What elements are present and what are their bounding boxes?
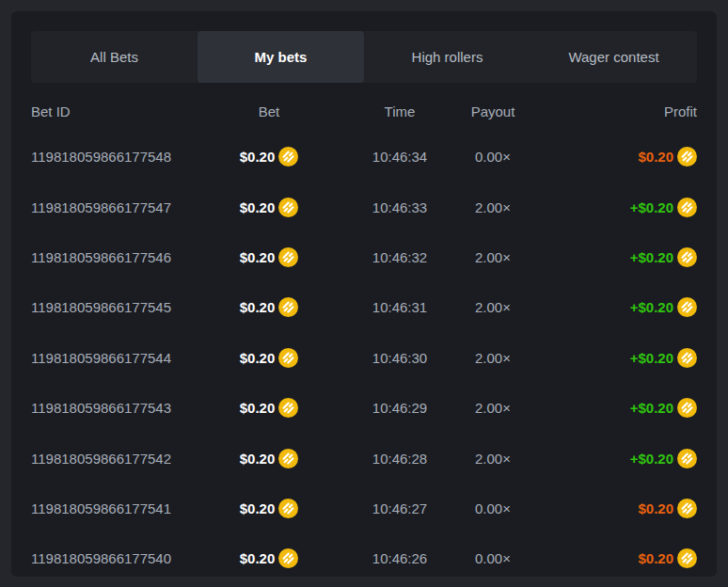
coin-icon	[278, 147, 298, 167]
profit-amount: $0.20	[638, 550, 673, 566]
bet-id-value: 119818059866177548	[31, 149, 200, 165]
bet-cell: $0.20	[200, 147, 338, 167]
table-row[interactable]: 119818059866177540 $0.20 10:46:26 0.00× …	[31, 533, 697, 577]
tab-all-bets[interactable]: All Bets	[31, 31, 198, 83]
bet-amount: $0.20	[240, 550, 276, 566]
table-row[interactable]: 119818059866177541 $0.20 10:46:27 0.00× …	[31, 484, 697, 533]
coin-icon	[278, 348, 298, 368]
profit-amount: +$0.20	[630, 199, 673, 215]
bets-tabbar: All Bets My bets High rollers Wager cont…	[31, 31, 697, 83]
profit-amount: $0.20	[638, 500, 673, 516]
bets-panel: All Bets My bets High rollers Wager cont…	[11, 11, 717, 577]
payout-value: 2.00×	[462, 199, 524, 215]
profit-amount: +$0.20	[630, 350, 673, 366]
bet-amount: $0.20	[240, 350, 276, 366]
bet-cell: $0.20	[200, 247, 338, 267]
payout-value: 2.00×	[462, 350, 524, 366]
profit-cell: $0.20	[524, 499, 697, 518]
profit-cell: $0.20	[524, 548, 697, 568]
coin-icon	[278, 247, 298, 267]
header-payout: Payout	[462, 103, 524, 119]
bet-id-value: 119818059866177541	[31, 500, 200, 516]
profit-cell: +$0.20	[524, 348, 697, 368]
bet-amount: $0.20	[240, 299, 276, 315]
table-row[interactable]: 119818059866177543 $0.20 10:46:29 2.00× …	[31, 383, 697, 433]
bet-cell: $0.20	[200, 499, 338, 518]
table-header-row: Bet ID Bet Time Payout Profit	[31, 90, 697, 132]
coin-icon	[677, 198, 697, 217]
profit-cell: +$0.20	[524, 198, 697, 217]
time-value: 10:46:33	[338, 199, 462, 215]
bet-cell: $0.20	[200, 297, 338, 317]
payout-value: 2.00×	[462, 249, 524, 265]
profit-cell: +$0.20	[524, 449, 697, 468]
header-time: Time	[338, 103, 462, 119]
tab-high-rollers[interactable]: High rollers	[364, 31, 530, 83]
table-row[interactable]: 119818059866177546 $0.20 10:46:32 2.00× …	[31, 232, 697, 282]
bet-amount: $0.20	[240, 149, 276, 165]
bet-id-value: 119818059866177540	[31, 550, 200, 566]
bet-id-value: 119818059866177546	[31, 249, 200, 265]
time-value: 10:46:31	[338, 299, 462, 315]
profit-amount: +$0.20	[630, 299, 673, 315]
profit-amount: $0.20	[638, 149, 673, 165]
tab-wager-contest[interactable]: Wager contest	[530, 31, 697, 83]
tab-my-bets[interactable]: My bets	[198, 31, 364, 83]
table-row[interactable]: 119818059866177548 $0.20 10:46:34 0.00× …	[31, 132, 697, 182]
bet-id-value: 119818059866177547	[31, 199, 200, 215]
coin-icon	[278, 449, 298, 468]
time-value: 10:46:26	[338, 550, 462, 566]
bet-amount: $0.20	[240, 500, 276, 516]
coin-icon	[278, 297, 298, 317]
header-profit: Profit	[524, 103, 697, 119]
payout-value: 0.00×	[462, 149, 524, 165]
coin-icon	[677, 499, 697, 518]
time-value: 10:46:29	[338, 400, 462, 416]
coin-icon	[278, 499, 298, 518]
time-value: 10:46:34	[338, 149, 462, 165]
coin-icon	[677, 348, 697, 368]
bet-cell: $0.20	[200, 548, 338, 568]
header-bet-id: Bet ID	[31, 103, 200, 119]
coin-icon	[278, 198, 298, 217]
coin-icon	[677, 147, 697, 167]
time-value: 10:46:32	[338, 249, 462, 265]
profit-amount: +$0.20	[630, 249, 673, 265]
bet-amount: $0.20	[240, 400, 276, 416]
bet-cell: $0.20	[200, 348, 338, 368]
bets-table: Bet ID Bet Time Payout Profit 1198180598…	[31, 90, 697, 577]
bet-amount: $0.20	[240, 199, 276, 215]
bet-cell: $0.20	[200, 198, 338, 217]
table-row[interactable]: 119818059866177544 $0.20 10:46:30 2.00× …	[31, 333, 697, 383]
bet-cell: $0.20	[200, 449, 338, 468]
payout-value: 0.00×	[462, 550, 524, 566]
profit-amount: +$0.20	[630, 400, 673, 416]
bet-cell: $0.20	[200, 398, 338, 418]
time-value: 10:46:28	[338, 451, 462, 467]
time-value: 10:46:27	[338, 500, 462, 516]
bet-id-value: 119818059866177544	[31, 350, 200, 366]
header-bet: Bet	[200, 103, 338, 119]
bet-id-value: 119818059866177543	[31, 400, 200, 416]
payout-value: 2.00×	[462, 299, 524, 315]
profit-cell: $0.20	[524, 147, 697, 167]
profit-cell: +$0.20	[524, 297, 697, 317]
coin-icon	[677, 297, 697, 317]
table-row[interactable]: 119818059866177545 $0.20 10:46:31 2.00× …	[31, 282, 697, 332]
payout-value: 2.00×	[462, 451, 524, 467]
table-row[interactable]: 119818059866177547 $0.20 10:46:33 2.00× …	[31, 182, 697, 231]
table-row[interactable]: 119818059866177542 $0.20 10:46:28 2.00× …	[31, 433, 697, 483]
coin-icon	[677, 398, 697, 418]
profit-cell: +$0.20	[524, 398, 697, 418]
profit-cell: +$0.20	[524, 247, 697, 267]
coin-icon	[278, 548, 298, 568]
coin-icon	[278, 398, 298, 418]
bet-amount: $0.20	[240, 451, 276, 467]
bet-id-value: 119818059866177545	[31, 299, 200, 315]
payout-value: 2.00×	[462, 400, 524, 416]
payout-value: 0.00×	[462, 500, 524, 516]
time-value: 10:46:30	[338, 350, 462, 366]
profit-amount: +$0.20	[630, 451, 673, 467]
coin-icon	[677, 548, 697, 568]
bet-id-value: 119818059866177542	[31, 451, 200, 467]
